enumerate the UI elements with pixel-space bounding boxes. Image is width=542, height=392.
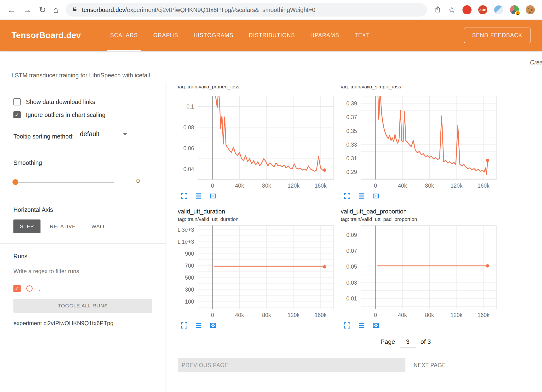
chart-card-valid-simple-loss: valid_simple_loss tag: train/valid_simpl… (341, 86, 497, 201)
divider (0, 150, 166, 150)
svg-text:0.04: 0.04 (183, 166, 194, 172)
run-name: . (38, 285, 40, 292)
address-bar[interactable]: tensorboard.dev/experiment/cj2vtPiwQHKN9… (66, 3, 427, 17)
cookie-extension-icon[interactable] (526, 5, 535, 14)
tab-distributions[interactable]: DISTRIBUTIONS (241, 20, 303, 51)
smoothing-value-input[interactable] (124, 177, 152, 187)
svg-text:0.1: 0.1 (186, 104, 194, 110)
svg-text:0.05: 0.05 (346, 264, 357, 270)
blue-extension-icon[interactable] (494, 5, 503, 14)
abp-extension-icon[interactable]: ABP (478, 5, 487, 14)
chart-tag: tag: train/valid_pruned_loss (178, 86, 334, 90)
share-icon[interactable] (434, 6, 441, 14)
svg-text:0: 0 (374, 183, 377, 189)
fit-domain-icon[interactable] (209, 192, 217, 201)
view-data-icon[interactable] (195, 192, 202, 201)
adblock-extension-icon[interactable] (462, 5, 472, 14)
home-icon[interactable]: ⌂ (53, 6, 58, 14)
chart-tag: tag: train/valid_simple_loss (341, 86, 497, 90)
chart-card-valid-pruned-loss: valid_pruned_loss tag: train/valid_prune… (178, 86, 334, 201)
chart-title: valid_utt_duration (178, 208, 334, 215)
view-data-icon[interactable] (358, 322, 365, 330)
next-page-button[interactable]: NEXT PAGE (414, 362, 446, 369)
line-chart[interactable]: 0.040.060.080.1040k80k120k160k (178, 96, 334, 190)
app-logo[interactable]: TensorBoard.dev (12, 30, 81, 40)
expand-chart-icon[interactable] (344, 322, 351, 330)
tab-text[interactable]: TEXT (347, 20, 378, 51)
lock-icon (72, 6, 78, 13)
fit-domain-icon[interactable] (209, 322, 217, 330)
browser-actions: ☆ ABP 1 (434, 5, 535, 14)
svg-text:300: 300 (185, 287, 194, 293)
divider (0, 243, 166, 244)
view-data-icon[interactable] (358, 192, 365, 201)
slider-thumb[interactable] (12, 179, 18, 185)
settings-sidebar: Show data download links ✓ Ignore outlie… (0, 83, 166, 392)
ignore-outliers-checkbox[interactable]: ✓ Ignore outliers in chart scaling (13, 111, 152, 118)
chart-card-valid-utt-duration: valid_utt_duration tag: train/valid_utt_… (178, 208, 334, 330)
tab-graphs[interactable]: GRAPHS (146, 20, 186, 51)
divider (0, 197, 166, 197)
svg-text:80k: 80k (262, 312, 271, 318)
previous-page-button[interactable]: PREVIOUS PAGE (178, 358, 405, 372)
axis-relative-button[interactable]: RELATIVE (43, 219, 82, 233)
expand-chart-icon[interactable] (344, 192, 351, 201)
chart-card-valid-utt-pad-proportion: valid_utt_pad_proportion tag: train/vali… (341, 208, 497, 330)
send-feedback-button[interactable]: SEND FEEDBACK (464, 28, 530, 43)
runs-label: Runs (13, 253, 152, 260)
svg-text:80k: 80k (425, 312, 434, 318)
svg-text:0.37: 0.37 (346, 114, 357, 120)
checkbox-checked-icon[interactable]: ✓ (13, 111, 21, 118)
svg-text:40k: 40k (235, 312, 244, 318)
toggle-all-runs-button[interactable]: TOGGLE ALL RUNS (13, 299, 152, 313)
smoothing-slider[interactable] (13, 182, 114, 183)
axis-step-button[interactable]: STEP (13, 219, 40, 233)
checkbox-label: Show data download links (26, 98, 95, 105)
run-color-radio-icon[interactable] (26, 285, 33, 292)
pagination: Page of 3 (246, 338, 542, 347)
svg-text:1.3e+3: 1.3e+3 (178, 227, 194, 233)
line-chart[interactable]: 0.010.030.050.070.09040k80k120k160k (341, 225, 497, 319)
tab-scalars[interactable]: SCALARS (103, 20, 146, 51)
bookmark-star-icon[interactable]: ☆ (448, 6, 456, 14)
svg-text:0.03: 0.03 (346, 280, 357, 286)
axis-wall-button[interactable]: WALL (85, 219, 112, 233)
tab-histograms[interactable]: HISTOGRAMS (186, 20, 241, 51)
chart-toolbar (178, 322, 334, 330)
chart-toolbar (341, 192, 497, 201)
created-text-clipped: Crea (530, 59, 542, 66)
charts-panel: valid_pruned_loss tag: train/valid_prune… (166, 83, 542, 392)
svg-text:40k: 40k (398, 312, 407, 318)
expand-chart-icon[interactable] (181, 192, 188, 201)
svg-text:80k: 80k (262, 183, 271, 189)
profile-avatar[interactable]: 1 (510, 5, 519, 14)
chart-title: valid_utt_pad_proportion (341, 208, 497, 215)
expand-chart-icon[interactable] (181, 322, 188, 330)
checkbox-unchecked-icon[interactable] (13, 98, 21, 105)
svg-text:120k: 120k (288, 312, 300, 318)
forward-icon[interactable]: → (23, 6, 32, 14)
line-chart[interactable]: 1003005007009001.1e+31.3e+3040k80k120k16… (178, 225, 334, 319)
svg-text:160k: 160k (478, 183, 490, 189)
view-data-icon[interactable] (195, 322, 202, 330)
fit-domain-icon[interactable] (372, 322, 380, 330)
smoothing-label: Smoothing (13, 159, 152, 166)
fit-domain-icon[interactable] (372, 192, 380, 201)
runs-filter-input[interactable] (13, 267, 152, 277)
svg-text:0: 0 (211, 312, 214, 318)
page-number-input[interactable] (400, 338, 416, 347)
svg-text:120k: 120k (288, 183, 300, 189)
tooltip-sorting-label: Tooltip sorting method: (13, 133, 74, 140)
show-download-links-checkbox[interactable]: Show data download links (13, 98, 152, 105)
svg-text:160k: 160k (478, 312, 490, 318)
horizontal-axis-label: Horizontal Axis (13, 206, 152, 213)
tooltip-sorting-dropdown[interactable]: default (79, 130, 128, 140)
tab-hparams[interactable]: HPARAMS (303, 20, 347, 51)
chart-tag: tag: train/valid_utt_duration (178, 216, 334, 223)
line-chart[interactable]: 0.290.310.330.350.370.39040k80k120k160k (341, 96, 497, 190)
run-checkbox-checked-icon[interactable]: ✓ (13, 285, 21, 292)
reload-icon[interactable]: ↻ (39, 6, 46, 14)
app-header: TensorBoard.dev SCALARS GRAPHS HISTOGRAM… (0, 20, 542, 51)
checkbox-label: Ignore outliers in chart scaling (26, 111, 105, 118)
back-icon[interactable]: ← (7, 6, 16, 14)
